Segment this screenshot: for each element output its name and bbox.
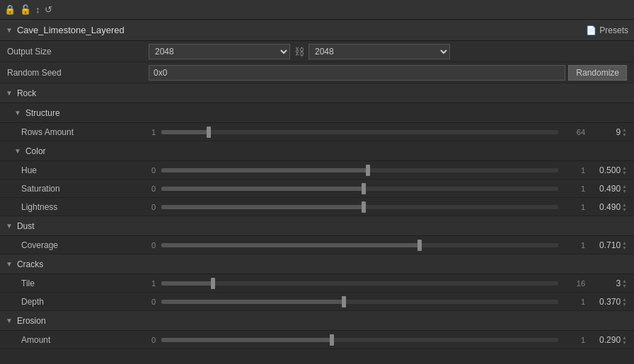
tile-track[interactable] <box>161 281 558 286</box>
saturation-track[interactable] <box>161 187 558 191</box>
title-bar-left: ▼ Cave_Limestone_Layered <box>6 25 125 35</box>
coverage-handle[interactable] <box>417 240 422 251</box>
lightness-handle[interactable] <box>362 201 366 213</box>
rows-amount-up[interactable]: ▲ <box>622 127 627 132</box>
arrow-icon[interactable]: ↕ <box>35 4 40 15</box>
hue-up[interactable]: ▲ <box>622 165 627 170</box>
title-bar: ▼ Cave_Limestone_Layered 📄 Presets <box>0 20 634 41</box>
hue-down[interactable]: ▼ <box>622 170 627 175</box>
coverage-up[interactable]: ▲ <box>622 240 627 245</box>
tile-fill <box>161 281 213 286</box>
saturation-value: 0.490 <box>585 184 621 194</box>
lightness-track[interactable] <box>161 205 558 209</box>
section-erosion[interactable]: ▼ Erosion <box>0 311 634 331</box>
hue-handle[interactable] <box>366 165 370 176</box>
lightness-arrows: ▲ ▼ <box>622 202 627 212</box>
rock-label: Rock <box>17 88 36 98</box>
rows-amount-track[interactable] <box>161 130 558 134</box>
hue-arrows: ▲ ▼ <box>622 165 627 175</box>
rows-amount-arrows: ▲ ▼ <box>622 127 627 137</box>
hue-value: 0.500 <box>585 165 621 175</box>
tile-handle[interactable] <box>211 278 215 289</box>
rows-amount-handle[interactable] <box>207 127 211 138</box>
depth-up[interactable]: ▲ <box>622 297 627 302</box>
link-icon: ⛓ <box>294 46 304 57</box>
hue-max: 1 <box>564 166 585 175</box>
rows-amount-down[interactable]: ▼ <box>622 132 627 137</box>
presets-icon: 📄 <box>586 25 596 35</box>
depth-handle[interactable] <box>342 296 346 307</box>
randomize-button[interactable]: Randomize <box>568 65 627 81</box>
saturation-up[interactable]: ▲ <box>622 184 627 189</box>
lightness-up[interactable]: ▲ <box>622 202 627 207</box>
tile-min: 1 <box>134 279 156 288</box>
coverage-max: 1 <box>564 241 585 249</box>
saturation-label: Saturation <box>21 184 134 194</box>
depth-track[interactable] <box>161 300 558 304</box>
structure-label: Structure <box>25 108 60 118</box>
depth-arrows: ▲ ▼ <box>622 297 627 307</box>
rows-amount-max: 64 <box>564 128 585 136</box>
dust-label: Dust <box>17 221 35 231</box>
title-chevron[interactable]: ▼ <box>6 26 13 34</box>
unlock-icon[interactable]: 🔓 <box>20 4 31 15</box>
saturation-handle[interactable] <box>362 183 366 194</box>
tile-up[interactable]: ▲ <box>622 278 627 283</box>
color-label: Color <box>25 146 46 156</box>
lock-icon[interactable]: 🔒 <box>4 4 16 15</box>
rows-amount-min: 1 <box>134 128 156 136</box>
lightness-row: Lightness 0 1 0.490 ▲ ▼ <box>0 198 634 216</box>
hue-track[interactable] <box>161 168 558 172</box>
saturation-fill <box>161 187 364 191</box>
random-seed-input[interactable] <box>149 65 565 81</box>
tile-row: Tile 1 16 3 ▲ ▼ <box>0 274 634 293</box>
lightness-max: 1 <box>564 203 585 211</box>
amount-label: Amount <box>21 335 134 345</box>
coverage-arrows: ▲ ▼ <box>622 240 627 250</box>
tile-value: 3 <box>585 278 621 288</box>
presets-button[interactable]: 📄 Presets <box>586 25 628 35</box>
coverage-fill <box>161 243 420 247</box>
coverage-value: 0.710 <box>585 240 621 250</box>
amount-fill <box>161 338 332 342</box>
amount-track[interactable] <box>161 338 558 342</box>
cracks-chevron: ▼ <box>6 260 13 268</box>
saturation-min: 0 <box>134 184 156 193</box>
output-size-select-width[interactable]: 2048 1024 512 <box>149 44 290 59</box>
amount-row: Amount 0 1 0.290 ▲ ▼ <box>0 331 634 349</box>
output-size-label: Output Size <box>7 47 149 57</box>
output-size-row: Output Size 2048 1024 512 ⛓ 2048 1024 51… <box>0 41 634 62</box>
hue-row: Hue 0 1 0.500 ▲ ▼ <box>0 161 634 180</box>
tile-down[interactable]: ▼ <box>622 283 627 288</box>
tile-label: Tile <box>21 278 134 288</box>
presets-label: Presets <box>599 25 628 35</box>
amount-up[interactable]: ▲ <box>622 335 627 340</box>
depth-down[interactable]: ▼ <box>622 302 627 307</box>
hue-min: 0 <box>134 166 156 175</box>
tile-max: 16 <box>564 279 585 288</box>
section-color[interactable]: ▼ Color <box>0 141 634 161</box>
coverage-min: 0 <box>134 241 156 249</box>
lightness-label: Lightness <box>21 202 134 212</box>
amount-down[interactable]: ▼ <box>622 340 627 345</box>
saturation-arrows: ▲ ▼ <box>622 184 627 194</box>
section-structure[interactable]: ▼ Structure <box>0 103 634 123</box>
lightness-min: 0 <box>134 203 156 211</box>
saturation-row: Saturation 0 1 0.490 ▲ ▼ <box>0 180 634 198</box>
amount-value: 0.290 <box>585 335 621 345</box>
saturation-down[interactable]: ▼ <box>622 189 627 194</box>
refresh-icon[interactable]: ↺ <box>45 4 52 15</box>
coverage-down[interactable]: ▼ <box>622 245 627 250</box>
color-chevron: ▼ <box>14 147 21 155</box>
coverage-track[interactable] <box>161 243 558 247</box>
coverage-label: Coverage <box>21 240 134 250</box>
lightness-down[interactable]: ▼ <box>622 207 627 212</box>
section-rock[interactable]: ▼ Rock <box>0 83 634 103</box>
section-dust[interactable]: ▼ Dust <box>0 216 634 236</box>
rows-amount-row: Rows Amount 1 64 9 ▲ ▼ <box>0 123 634 141</box>
amount-arrows: ▲ ▼ <box>622 335 627 345</box>
amount-handle[interactable] <box>330 334 334 346</box>
output-size-controls: 2048 1024 512 ⛓ 2048 1024 512 <box>149 44 627 59</box>
section-cracks[interactable]: ▼ Cracks <box>0 254 634 274</box>
output-size-select-height[interactable]: 2048 1024 512 <box>309 44 450 59</box>
